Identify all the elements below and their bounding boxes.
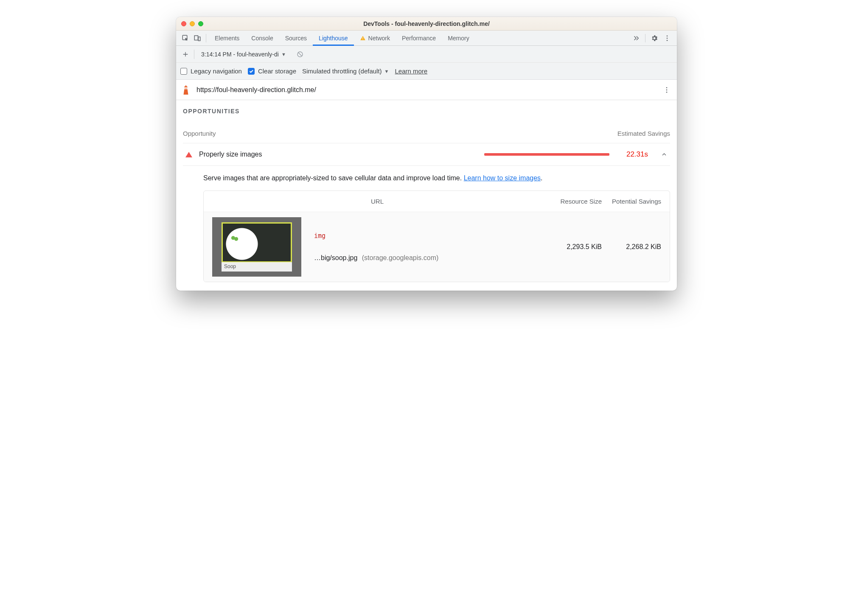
svg-rect-2 — [198, 37, 200, 41]
clear-storage-checkbox[interactable]: Clear storage — [248, 67, 296, 75]
throttling-dropdown[interactable]: Simulated throttling (default) ▼ — [302, 67, 389, 75]
image-thumbnail: Soop — [212, 217, 301, 277]
tab-performance[interactable]: Performance — [396, 31, 442, 45]
separator — [194, 50, 194, 59]
tabbar-right — [630, 32, 673, 45]
resource-host: (storage.googleapis.com) — [362, 254, 439, 261]
devtools-window: DevTools - foul-heavenly-direction.glitc… — [176, 17, 677, 291]
svg-rect-3 — [362, 37, 363, 39]
report-content: OPPORTUNITIES Opportunity Estimated Savi… — [176, 100, 677, 291]
thumbnail-cell: Soop — [212, 217, 310, 277]
svg-rect-4 — [362, 39, 363, 39]
minimize-window-button[interactable] — [190, 21, 195, 26]
tab-console[interactable]: Console — [245, 31, 279, 45]
more-tabs-icon[interactable] — [630, 32, 643, 45]
th-potential-savings: Potential Savings — [602, 198, 661, 205]
fail-triangle-icon — [185, 152, 192, 157]
thumbnail-caption: Soop — [222, 262, 292, 272]
settings-gear-icon[interactable] — [648, 32, 661, 45]
warning-icon — [360, 35, 366, 41]
run-select-dropdown[interactable]: 3:14:14 PM - foul-heavenly-di ▼ — [197, 48, 290, 60]
opportunity-row[interactable]: Properly size images 22.31s — [183, 143, 670, 166]
tab-memory[interactable]: Memory — [442, 31, 475, 45]
tab-lighthouse[interactable]: Lighthouse — [313, 31, 354, 45]
window-title: DevTools - foul-heavenly-direction.glitc… — [176, 20, 677, 27]
svg-point-5 — [667, 35, 668, 36]
url-cell: img …big/soop.jpg (storage.googleapis.co… — [310, 232, 542, 262]
col-savings-label: Estimated Savings — [617, 130, 670, 137]
throttling-label: Simulated throttling (default) — [302, 67, 382, 75]
table-header: URL Resource Size Potential Savings — [204, 191, 670, 212]
more-menu-icon[interactable] — [661, 32, 673, 45]
svg-point-6 — [667, 37, 668, 39]
lighthouse-logo-icon — [181, 84, 191, 95]
resource-path: …big/soop.jpg — [314, 254, 357, 261]
legacy-navigation-label: Legacy navigation — [191, 67, 242, 75]
th-resource-size: Resource Size — [542, 198, 602, 205]
inspect-element-icon[interactable] — [180, 32, 191, 44]
checkbox-icon — [248, 68, 255, 75]
legacy-navigation-checkbox[interactable]: Legacy navigation — [180, 67, 242, 75]
tab-network[interactable]: Network — [354, 31, 396, 45]
separator — [645, 34, 645, 42]
audited-url: https://foul-heavenly-direction.glitch.m… — [196, 86, 656, 94]
tab-elements[interactable]: Elements — [209, 31, 245, 45]
lighthouse-options-bar: Legacy navigation Clear storage Simulate… — [176, 63, 677, 80]
dropdown-caret-icon: ▼ — [281, 52, 286, 57]
savings-value: 22.31s — [626, 150, 648, 159]
description-period: . — [541, 174, 542, 182]
th-url: URL — [212, 198, 542, 205]
learn-more-link[interactable]: Learn more — [395, 67, 427, 75]
opportunity-name: Properly size images — [199, 151, 262, 158]
potential-savings: 2,268.2 KiB — [602, 243, 661, 251]
new-audit-button[interactable] — [180, 48, 191, 60]
description-text: Serve images that are appropriately-size… — [203, 174, 464, 182]
learn-size-images-link[interactable]: Learn how to size images — [464, 174, 541, 182]
separator — [206, 34, 206, 42]
device-toggle-icon[interactable] — [191, 32, 203, 44]
section-title-opportunities: OPPORTUNITIES — [183, 108, 670, 115]
table-row[interactable]: Soop img …big/soop.jpg (storage.googleap… — [204, 212, 670, 282]
report-menu-icon[interactable] — [662, 86, 672, 94]
element-tag: img — [314, 232, 542, 240]
tab-sources[interactable]: Sources — [279, 31, 313, 45]
svg-rect-1 — [194, 36, 198, 40]
devtools-tabbar: Elements Console Sources Lighthouse Netw… — [176, 31, 677, 46]
close-window-button[interactable] — [181, 21, 186, 26]
svg-point-7 — [667, 39, 668, 41]
traffic-lights — [181, 21, 203, 26]
svg-point-11 — [666, 89, 668, 90]
chevron-up-icon — [661, 151, 668, 158]
svg-point-12 — [666, 91, 668, 92]
dropdown-caret-icon: ▼ — [384, 69, 389, 74]
savings-bar — [484, 153, 609, 156]
svg-rect-9 — [185, 87, 187, 88]
clear-storage-label: Clear storage — [258, 67, 296, 75]
svg-point-10 — [666, 87, 668, 88]
opportunity-description: Serve images that are appropriately-size… — [183, 166, 670, 190]
col-opportunity-label: Opportunity — [183, 130, 216, 137]
savings-bar-wrap — [269, 153, 609, 156]
resource-size: 2,293.5 KiB — [542, 243, 602, 251]
opportunity-columns-header: Opportunity Estimated Savings — [183, 130, 670, 137]
window-titlebar: DevTools - foul-heavenly-direction.glitc… — [176, 17, 677, 31]
clear-report-icon[interactable] — [296, 50, 304, 58]
run-select-label: 3:14:14 PM - foul-heavenly-di — [201, 51, 279, 58]
zoom-window-button[interactable] — [198, 21, 203, 26]
resource-table: URL Resource Size Potential Savings Soop… — [203, 190, 670, 282]
lighthouse-runbar: 3:14:14 PM - foul-heavenly-di ▼ — [176, 46, 677, 63]
tab-network-label: Network — [368, 35, 390, 42]
panel-tabs: Elements Console Sources Lighthouse Netw… — [209, 31, 630, 45]
audited-url-row: https://foul-heavenly-direction.glitch.m… — [176, 80, 677, 100]
checkbox-icon — [180, 68, 187, 75]
